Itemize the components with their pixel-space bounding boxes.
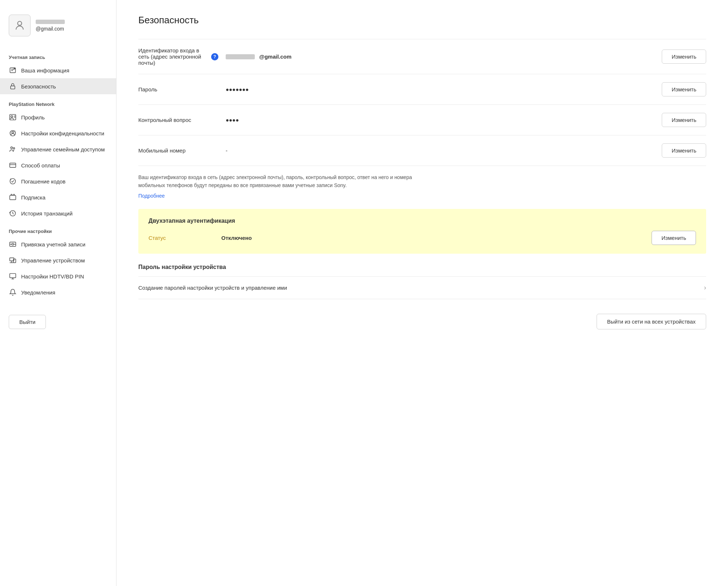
bell-icon bbox=[9, 288, 17, 296]
svg-rect-7 bbox=[11, 86, 15, 89]
login-id-row: Идентификатор входа в сеть (адрес электр… bbox=[138, 39, 706, 74]
svg-point-2 bbox=[21, 23, 21, 24]
link-icon bbox=[9, 240, 17, 248]
svg-point-9 bbox=[11, 116, 13, 118]
payment-icon bbox=[9, 161, 17, 169]
more-link[interactable]: Подробнее bbox=[138, 193, 165, 199]
account-section-label: Учетная запись bbox=[0, 51, 116, 62]
sidebar-item-privacy[interactable]: Настройки конфиденциальности bbox=[0, 125, 116, 141]
password-label: Пароль bbox=[138, 86, 218, 92]
sidebar-item-security[interactable]: Безопасность bbox=[0, 78, 116, 94]
sidebar-item-redeem-label: Погашение кодов bbox=[21, 178, 66, 185]
sidebar-item-link-account[interactable]: Привязка учетной записи bbox=[0, 236, 116, 252]
svg-point-23 bbox=[12, 243, 14, 245]
login-id-label: Идентификатор входа в сеть (адрес электр… bbox=[138, 47, 218, 66]
info-text: Ваш идентификатор входа в сеть (адрес эл… bbox=[138, 173, 437, 190]
device-password-title: Пароль настройки устройства bbox=[138, 264, 706, 270]
svg-rect-20 bbox=[10, 195, 16, 200]
change-mobile-button[interactable]: Изменить bbox=[662, 143, 706, 158]
privacy-icon bbox=[9, 129, 17, 137]
mobile-value: - bbox=[226, 147, 654, 154]
svg-point-15 bbox=[11, 147, 12, 149]
sidebar-item-link-account-label: Привязка учетной записи bbox=[21, 241, 86, 248]
psn-section-label: PlayStation Network bbox=[0, 98, 116, 109]
twofa-section: Двухэтапная аутентификация Статус Отключ… bbox=[138, 209, 706, 254]
other-section-label: Прочие настройки bbox=[0, 225, 116, 236]
signout-all-button[interactable]: Выйти из сети на всех устройствах bbox=[597, 314, 706, 329]
svg-point-13 bbox=[12, 131, 14, 133]
monitor-icon bbox=[9, 272, 17, 280]
svg-line-14 bbox=[15, 131, 15, 131]
change-twofa-button[interactable]: Изменить bbox=[652, 231, 696, 245]
sidebar-item-subscription-label: Подписка bbox=[21, 194, 46, 201]
logout-button[interactable]: Выйти bbox=[9, 315, 46, 329]
sidebar-item-profile-label: Профиль bbox=[21, 114, 45, 120]
chevron-right-icon: › bbox=[704, 284, 706, 292]
svg-rect-17 bbox=[10, 163, 16, 167]
user-email: @gmail.com bbox=[36, 26, 65, 32]
sidebar-item-hdtv-label: Настройки HDTV/BD PIN bbox=[21, 273, 84, 280]
sidebar-item-your-info-label: Ваша информация bbox=[21, 67, 69, 74]
person-icon bbox=[9, 66, 17, 74]
sidebar-item-manage-device[interactable]: Управление устройством bbox=[0, 252, 116, 268]
user-name-blur bbox=[36, 20, 65, 24]
svg-point-1 bbox=[18, 23, 18, 24]
svg-point-6 bbox=[14, 68, 16, 70]
sidebar-item-profile[interactable]: Профиль bbox=[0, 109, 116, 125]
sidebar-item-family-label: Управление семейным доступом bbox=[21, 146, 105, 153]
sidebar-item-manage-device-label: Управление устройством bbox=[21, 257, 85, 264]
sidebar-item-payment[interactable]: Способ оплаты bbox=[0, 157, 116, 173]
svg-rect-30 bbox=[10, 274, 16, 278]
history-icon bbox=[9, 209, 17, 217]
device-icon bbox=[9, 256, 17, 264]
sidebar-logout: Выйти bbox=[9, 315, 107, 329]
twofa-status-value: Отключено bbox=[221, 235, 644, 241]
sidebar-item-history[interactable]: История транзакций bbox=[0, 205, 116, 221]
sidebar-item-your-info[interactable]: Ваша информация bbox=[0, 62, 116, 78]
twofa-row: Статус Отключено Изменить bbox=[149, 231, 696, 245]
user-profile: @gmail.com bbox=[0, 11, 116, 47]
page-title: Безопасность bbox=[138, 15, 706, 26]
family-icon bbox=[9, 145, 17, 153]
email-blur bbox=[226, 54, 255, 59]
security-question-value: ●●●● bbox=[226, 117, 654, 123]
subscription-icon bbox=[9, 193, 17, 201]
mobile-label: Мобильный номер bbox=[138, 147, 218, 154]
avatar bbox=[9, 15, 31, 36]
login-id-value: @gmail.com bbox=[226, 54, 654, 60]
user-info: @gmail.com bbox=[36, 20, 65, 32]
device-password-section: Пароль настройки устройства Создание пар… bbox=[138, 264, 706, 299]
sidebar-item-payment-label: Способ оплаты bbox=[21, 162, 60, 169]
change-security-question-button[interactable]: Изменить bbox=[662, 113, 706, 127]
twofa-title: Двухэтапная аутентификация bbox=[149, 218, 696, 224]
device-password-desc: Создание паролей настройки устройств и у… bbox=[138, 285, 704, 291]
svg-point-16 bbox=[13, 147, 15, 149]
profile-icon bbox=[9, 113, 17, 121]
main-content: Безопасность Идентификатор входа в сеть … bbox=[116, 0, 728, 586]
sidebar-item-hdtv[interactable]: Настройки HDTV/BD PIN bbox=[0, 268, 116, 284]
sidebar-item-family[interactable]: Управление семейным доступом bbox=[0, 141, 116, 157]
twofa-status-label: Статус bbox=[149, 235, 214, 241]
sidebar-item-notifications[interactable]: Уведомления bbox=[0, 284, 116, 300]
sidebar-item-notifications-label: Уведомления bbox=[21, 289, 55, 296]
sidebar-item-subscription[interactable]: Подписка bbox=[0, 189, 116, 205]
sidebar-item-history-label: История транзакций bbox=[21, 210, 72, 217]
sidebar-item-privacy-label: Настройки конфиденциальности bbox=[21, 130, 104, 136]
help-icon[interactable]: ? bbox=[211, 53, 218, 60]
password-value: ●●●●●●● bbox=[226, 86, 654, 92]
change-password-button[interactable]: Изменить bbox=[662, 82, 706, 96]
bottom-bar: Выйти из сети на всех устройствах bbox=[138, 314, 706, 329]
redeem-icon bbox=[9, 177, 17, 185]
change-login-id-button[interactable]: Изменить bbox=[662, 50, 706, 64]
password-row: Пароль ●●●●●●● Изменить bbox=[138, 74, 706, 105]
lock-icon bbox=[9, 82, 17, 90]
security-question-label: Контрольный вопрос bbox=[138, 117, 218, 123]
security-question-row: Контрольный вопрос ●●●● Изменить bbox=[138, 105, 706, 135]
mobile-row: Мобильный номер - Изменить bbox=[138, 135, 706, 166]
device-password-row[interactable]: Создание паролей настройки устройств и у… bbox=[138, 276, 706, 299]
sidebar: @gmail.com Учетная запись Ваша информаци… bbox=[0, 0, 116, 586]
sidebar-item-redeem[interactable]: Погашение кодов bbox=[0, 173, 116, 189]
sidebar-item-security-label: Безопасность bbox=[21, 83, 56, 90]
